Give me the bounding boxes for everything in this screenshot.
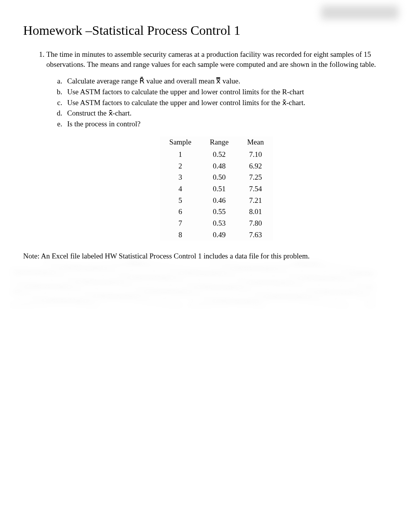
cell-mean: 7.63 bbox=[238, 229, 273, 241]
table-row: 3 0.50 7.25 bbox=[160, 172, 273, 183]
rbar-symbol: R̄ bbox=[139, 77, 144, 85]
col-sample: Sample bbox=[160, 136, 201, 149]
xbar-symbol: x̄ bbox=[282, 99, 286, 107]
subpart-a: Calculate average range R̄ value and ove… bbox=[64, 76, 387, 86]
xbar-symbol-2: x̄ bbox=[108, 109, 113, 117]
subpart-c-text-post: -chart. bbox=[286, 99, 305, 107]
subpart-d-text-post: -chart. bbox=[113, 109, 132, 117]
data-table: Sample Range Mean 1 0.52 7.10 2 0.48 6.9… bbox=[160, 136, 273, 240]
question-list: The time in minutes to assemble security… bbox=[23, 49, 387, 240]
cell-sample: 2 bbox=[160, 160, 201, 172]
table-header-row: Sample Range Mean bbox=[160, 136, 273, 149]
cell-sample: 3 bbox=[160, 172, 201, 183]
cell-mean: 7.25 bbox=[238, 172, 273, 183]
cell-mean: 7.21 bbox=[238, 195, 273, 206]
cell-range: 0.51 bbox=[201, 183, 238, 195]
question-1: The time in minutes to assemble security… bbox=[46, 49, 387, 240]
cell-range: 0.50 bbox=[201, 172, 238, 183]
cell-range: 0.55 bbox=[201, 206, 238, 218]
subpart-d-text-pre: Construct the bbox=[67, 109, 108, 117]
question-1-intro: The time in minutes to assemble security… bbox=[46, 49, 387, 69]
cell-range: 0.46 bbox=[201, 195, 238, 206]
table-row: 7 0.53 7.80 bbox=[160, 218, 273, 229]
cell-mean: 7.80 bbox=[238, 218, 273, 229]
subpart-c: Use ASTM factors to calculate the upper … bbox=[64, 98, 387, 108]
question-1-subparts: Calculate average range R̄ value and ove… bbox=[46, 76, 387, 129]
page-title: Homework –Statistical Process Control 1 bbox=[23, 23, 387, 38]
xdoublebar-symbol: x̿ bbox=[216, 77, 220, 85]
subpart-e: Is the process in control? bbox=[64, 119, 387, 129]
cell-range: 0.49 bbox=[201, 229, 238, 241]
cell-mean: 7.54 bbox=[238, 183, 273, 195]
cell-sample: 1 bbox=[160, 149, 201, 160]
cell-range: 0.53 bbox=[201, 218, 238, 229]
subpart-a-text-pre: Calculate average range bbox=[67, 77, 139, 85]
subpart-c-text-pre: Use ASTM factors to calculate the upper … bbox=[67, 99, 282, 107]
subpart-a-text-post: value. bbox=[220, 77, 240, 85]
cell-sample: 6 bbox=[160, 206, 201, 218]
table-row: 5 0.46 7.21 bbox=[160, 195, 273, 206]
table-row: 8 0.49 7.63 bbox=[160, 229, 273, 241]
table-row: 1 0.52 7.10 bbox=[160, 149, 273, 160]
cell-sample: 5 bbox=[160, 195, 201, 206]
cell-sample: 7 bbox=[160, 218, 201, 229]
col-range: Range bbox=[201, 136, 238, 149]
cell-mean: 6.92 bbox=[238, 160, 273, 172]
cell-range: 0.48 bbox=[201, 160, 238, 172]
subpart-a-text-mid: value and overall mean bbox=[144, 77, 216, 85]
cell-sample: 8 bbox=[160, 229, 201, 241]
table-row: 6 0.55 8.01 bbox=[160, 206, 273, 218]
table-row: 4 0.51 7.54 bbox=[160, 183, 273, 195]
header-blurred-text bbox=[321, 6, 398, 19]
cell-mean: 8.01 bbox=[238, 206, 273, 218]
blurred-handwritten-work bbox=[12, 263, 374, 305]
subpart-d: Construct the x̄-chart. bbox=[64, 108, 387, 118]
cell-range: 0.52 bbox=[201, 149, 238, 160]
table-row: 2 0.48 6.92 bbox=[160, 160, 273, 172]
subpart-b: Use ASTM factors to calculate the upper … bbox=[64, 87, 387, 97]
col-mean: Mean bbox=[238, 136, 273, 149]
cell-mean: 7.10 bbox=[238, 149, 273, 160]
note-text: Note: An Excel file labeled HW Statistic… bbox=[23, 252, 387, 260]
cell-sample: 4 bbox=[160, 183, 201, 195]
